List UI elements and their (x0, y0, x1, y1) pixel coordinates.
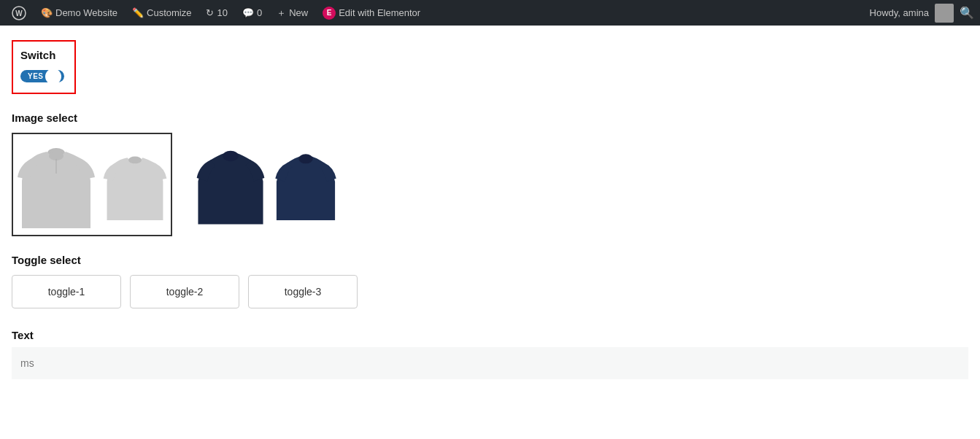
grey-shirt-back (102, 141, 168, 228)
toggle-button-3[interactable]: toggle-3 (248, 275, 358, 308)
switch-section: Switch YES (12, 40, 76, 94)
svg-point-7 (298, 154, 313, 163)
switch-label: Switch (20, 49, 64, 61)
admin-bar: W 🎨 Demo Website ✏️ Customize ↻ 10 💬 0 ＋… (0, 0, 980, 26)
grey-tshirt-container (16, 137, 168, 232)
admin-bar-new[interactable]: ＋ New (271, 0, 314, 26)
toggle-buttons-row: toggle-1 toggle-2 toggle-3 (12, 275, 968, 308)
main-content: Switch YES Image select (0, 26, 980, 405)
image-select-row (12, 133, 968, 236)
grey-shirt-front (16, 137, 96, 232)
text-input[interactable] (12, 347, 968, 379)
svg-point-5 (128, 157, 142, 164)
elementor-icon: E (323, 7, 336, 20)
avatar[interactable] (935, 4, 954, 23)
toggle-select-label: Toggle select (12, 254, 968, 266)
wp-logo-button[interactable]: W (6, 0, 32, 26)
image-option-navy[interactable] (190, 133, 343, 236)
plus-icon: ＋ (277, 7, 286, 20)
navy-shirt-front (194, 137, 267, 232)
search-icon[interactable]: 🔍 (960, 6, 974, 20)
wordpress-icon: W (12, 6, 26, 20)
switch-toggle[interactable]: YES (20, 70, 64, 82)
image-option-grey[interactable] (12, 133, 172, 236)
toggle-button-1[interactable]: toggle-1 (12, 275, 121, 308)
admin-bar-demo-website[interactable]: 🎨 Demo Website (35, 0, 123, 26)
admin-bar-right: Howdy, amina 🔍 (870, 4, 974, 23)
pencil-icon: ✏️ (132, 7, 144, 18)
refresh-icon: ↻ (206, 7, 214, 18)
navy-shirt-back (273, 141, 339, 228)
toggle-knob (45, 69, 61, 85)
navy-tshirt-container (194, 137, 339, 232)
svg-text:W: W (15, 9, 23, 18)
admin-bar-comments[interactable]: 💬 0 (236, 0, 268, 26)
comment-icon: 💬 (242, 7, 254, 18)
toggle-yes-label: YES (23, 72, 45, 80)
text-label: Text (12, 329, 968, 341)
image-select-section: Image select (12, 112, 968, 236)
greeting-text: Howdy, amina (870, 7, 929, 18)
paint-icon: 🎨 (41, 7, 53, 18)
admin-bar-customize[interactable]: ✏️ Customize (126, 0, 197, 26)
text-section: Text (12, 329, 968, 379)
toggle-select-section: Toggle select toggle-1 toggle-2 toggle-3 (12, 254, 968, 308)
admin-bar-elementor[interactable]: E Edit with Elementor (317, 0, 426, 26)
admin-bar-updates[interactable]: ↻ 10 (200, 0, 233, 26)
toggle-button-2[interactable]: toggle-2 (130, 275, 239, 308)
svg-point-6 (223, 151, 239, 162)
image-select-label: Image select (12, 112, 968, 124)
